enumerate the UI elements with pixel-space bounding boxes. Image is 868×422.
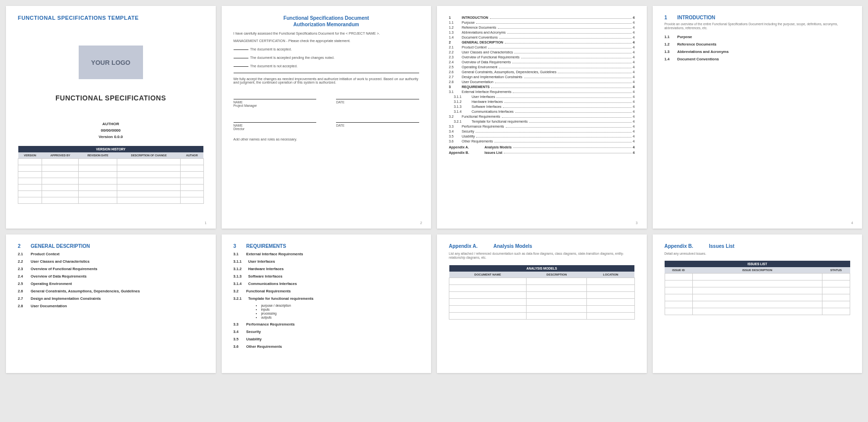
toc-row: 3.1.4Communications Interfaces4	[449, 110, 635, 114]
section-item: 3.6Other Requirements	[234, 344, 420, 349]
section-item: 2.4Overview of Data Requirements	[18, 274, 204, 279]
vh-col: VERSION	[18, 152, 42, 159]
section-heading: 2GENERAL DESCRIPTION	[18, 243, 204, 249]
section-item: 3.4Security	[234, 329, 420, 334]
accept-text: We fully accept the changes as needed im…	[234, 77, 420, 84]
appendix-heading: Appendix A.Analysis Models	[449, 243, 635, 249]
toc-row: 3.2Functional Requirements4	[449, 115, 635, 119]
vh-col: APPROVED BY	[42, 152, 79, 159]
vh-col: AUTHOR	[181, 152, 203, 159]
toc-row: 2.3Overview of Functional Requirements4	[449, 55, 635, 59]
option-pending: The document is accepted pending the cha…	[234, 56, 420, 59]
toc-row: 2.5Operating Environment4	[449, 65, 635, 69]
toc-appendix-b: Appendix B. Issues List 4	[449, 151, 635, 154]
section-item: 2.3Overview of Functional Requirements	[18, 267, 204, 271]
toc-appendix-a: Appendix A. Analysis Models 4	[449, 145, 635, 149]
divider	[234, 73, 420, 73]
table-col: DESCRIPTION	[527, 272, 587, 278]
toc-row: 1.1Purpose4	[449, 21, 635, 25]
bullet-list: purpose / descriptioninputsprocessingout…	[261, 304, 420, 319]
appendix-desc: Detail any unresolved issues.	[665, 252, 851, 256]
option-rejected: The document is not accepted.	[234, 64, 420, 68]
logo-placeholder: YOUR LOGO	[79, 46, 143, 79]
bullet-item: purpose / description	[261, 304, 420, 307]
toc-row: 2.7Design and Implementation Constraints…	[449, 75, 635, 79]
table-col: STATUS	[822, 267, 850, 274]
sig-name: NAME	[234, 100, 317, 104]
page-1: FUNCTIONAL SPECIFICATIONS TEMPLATE YOUR …	[6, 6, 216, 229]
toc-row: 2GENERAL DESCRIPTION4	[449, 41, 635, 45]
page-8-appendix-b: Appendix B.Issues List Detail any unreso…	[653, 234, 863, 373]
analysis-models-table: ANALYSIS MODELS DOCUMENT NAME DESCRIPTIO…	[449, 265, 635, 320]
toc-row: 3.1.3Software Interfaces4	[449, 105, 635, 109]
section-item: 2.6General Constraints, Assumptions, Dep…	[18, 289, 204, 293]
auth-title-2: Authorization Memorandum	[293, 22, 359, 27]
toc-row: 3.1.1User Interfaces4	[449, 95, 635, 99]
section-heading: 3REQUIREMENTS	[234, 243, 420, 249]
date-label: 00/00/0000	[18, 128, 204, 133]
sig-role: Project Manager	[234, 104, 317, 107]
issues-list-table: ISSUES LIST ISSUE ID ISSUE DESCRIPTION S…	[665, 261, 851, 315]
appendix-heading: Appendix B.Issues List	[665, 243, 851, 249]
page-number: 4	[851, 221, 853, 225]
table-col: LOCATION	[587, 272, 634, 278]
toc-row: 1INTRODUCTION4	[449, 16, 635, 20]
sig-date: DATE	[336, 124, 419, 127]
vh-header: VERSION HISTORY	[18, 146, 204, 152]
section-item: 3.1.2Hardware Interfaces	[234, 267, 420, 271]
section-item: 2.8User Documentation	[18, 304, 204, 308]
add-note: Add other names and roles as necessary.	[234, 138, 420, 141]
section-item: 3.1External Interface Requirements	[234, 252, 420, 256]
cert-line: MANAGEMENT CERTIFICATION - Please check …	[234, 39, 420, 43]
section-item: 3.2Functional Requirements	[234, 289, 420, 293]
section-items: 3.1External Interface Requirements3.1.1U…	[234, 252, 420, 349]
page-6: 3REQUIREMENTS 3.1External Interface Requ…	[222, 234, 432, 373]
section-item: 1.3Abbreviations and Acronyms	[665, 49, 851, 54]
page-number: 2	[420, 221, 422, 225]
section-item: 1.4Document Conventions	[665, 57, 851, 61]
version-history-table: VERSION HISTORY VERSION APPROVED BY REVI…	[18, 146, 204, 204]
auth-title: Functional Specifications Document Autho…	[234, 15, 420, 28]
toc-row: 1.2Reference Documents4	[449, 26, 635, 30]
toc-row: 3.6Other Requirements4	[449, 140, 635, 143]
toc-row: 1.3Abbreviations and Acronyms4	[449, 31, 635, 35]
toc-row: 3.4Security4	[449, 130, 635, 134]
section-heading: 1INTRODUCTION	[665, 15, 851, 20]
author-label: AUTHOR	[18, 122, 204, 126]
vh-col: DESCRIPTION OF CHANGE	[117, 152, 181, 159]
section-item: 2.2User Classes and Characteristics	[18, 259, 204, 264]
table-col: ISSUE DESCRIPTION	[692, 267, 822, 274]
section-item: 3.5Usability	[234, 337, 420, 341]
page-5: 2GENERAL DESCRIPTION 2.1Product Context2…	[6, 234, 216, 373]
toc-row: 3.2.1Template for functional requirement…	[449, 120, 635, 124]
section-item: 2.7Design and Implementation Constraints	[18, 296, 204, 301]
template-title: FUNCTIONAL SPECIFICATIONS TEMPLATE	[18, 15, 204, 21]
toc-row: 2.1Product Context4	[449, 46, 635, 49]
vh-col: REVISION DATE	[79, 152, 117, 159]
section-item: 2.1Product Context	[18, 252, 204, 256]
sig-date: DATE	[336, 100, 419, 104]
sig-role: Director	[234, 127, 317, 131]
auth-title-1: Functional Specifications Document	[284, 15, 369, 21]
section-item: 3.1.4Communications Interfaces	[234, 281, 420, 286]
option-accepted: The document is accepted.	[234, 47, 420, 51]
toc-list: 1INTRODUCTION41.1Purpose41.2Reference Do…	[449, 16, 635, 143]
section-item: 3.2.1Template for functional requirement…	[234, 296, 420, 301]
bullet-item: inputs	[261, 308, 420, 311]
section-items: 1.1Purpose1.2Reference Documents1.3Abbre…	[665, 35, 851, 61]
toc-row: 2.8User Documentation4	[449, 80, 635, 84]
table-header: ISSUES LIST	[665, 261, 850, 267]
table-header: ANALYSIS MODELS	[449, 265, 635, 272]
version-label: Version 0.0.0	[18, 135, 204, 139]
toc-row: 2.2User Classes and Characteristics4	[449, 50, 635, 54]
doc-title: FUNCTIONAL SPECIFICATIONS	[18, 94, 204, 102]
section-item: 3.1.1User Interfaces	[234, 259, 420, 264]
section-item: 1.1Purpose	[665, 35, 851, 39]
bullet-item: outputs	[261, 316, 420, 319]
section-items: 2.1Product Context2.2User Classes and Ch…	[18, 252, 204, 308]
table-col: DOCUMENT NAME	[449, 272, 527, 278]
section-item: 3.1.3Software Interfaces	[234, 274, 420, 279]
page-7-appendix-a: Appendix A.Analysis Models List any atta…	[437, 234, 647, 373]
page-grid: FUNCTIONAL SPECIFICATIONS TEMPLATE YOUR …	[6, 6, 862, 373]
toc-row: 3.5Usability4	[449, 135, 635, 139]
